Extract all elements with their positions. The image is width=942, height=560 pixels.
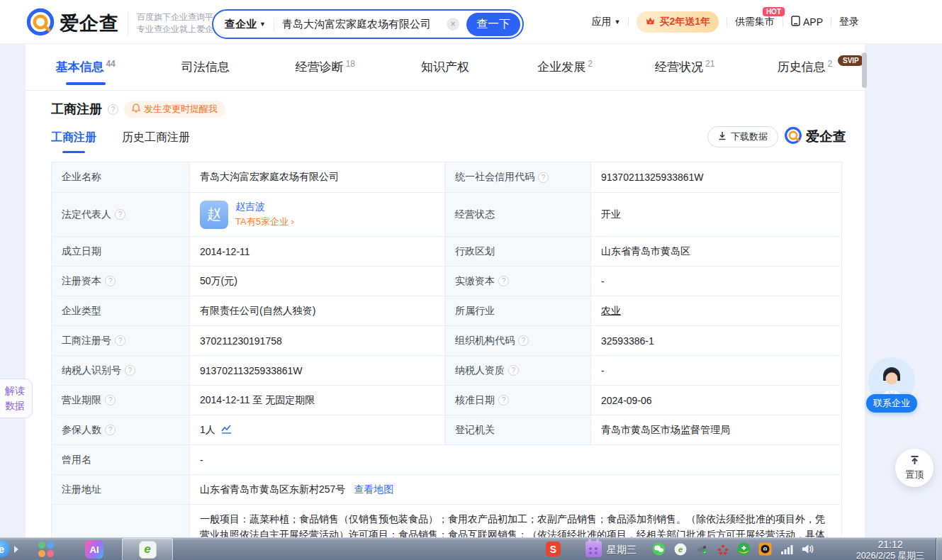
help-icon[interactable]: ? (105, 395, 116, 405)
back-to-top-button[interactable]: 置顶 (895, 449, 933, 487)
market-link[interactable]: HOT 供需集市 (735, 16, 775, 28)
search-category-dropdown[interactable]: 查企业▼ (225, 18, 266, 31)
calendar-dots (588, 547, 599, 554)
former-name-label: 曾用名 (52, 444, 189, 474)
help-icon[interactable]: ? (538, 172, 549, 183)
region-label: 行政区划 (444, 236, 590, 266)
clock-date: 2026/2/25 星期三 (848, 551, 932, 560)
wps-icon[interactable] (37, 540, 55, 560)
region-value: 山东省青岛市黄岛区 (590, 236, 840, 266)
change-reminder-button[interactable]: 发生变更时提醒我 (124, 101, 225, 118)
section-header: 工商注册 ? 发生变更时提醒我 (51, 101, 225, 118)
table-row: 成立日期 2014-12-11 行政区划 山东省青岛市黄岛区 (52, 236, 841, 266)
data-interpret-widget[interactable]: 解读 数据 (0, 379, 33, 418)
contact-company-button[interactable]: 联系企业 (866, 394, 917, 413)
tab-basic-info[interactable]: 基本信息44 (26, 44, 145, 90)
divider (727, 17, 727, 27)
contact-company-widget[interactable]: 联系企业 (866, 357, 917, 413)
legal-rep-label: 法定代表人? (52, 192, 189, 236)
establish-date-label: 成立日期 (52, 236, 189, 266)
help-icon[interactable]: ? (518, 335, 529, 346)
crown-icon (645, 16, 656, 28)
subtab-registration[interactable]: 工商注册 (51, 130, 96, 153)
tab-history-info[interactable]: 历史信息2 (745, 44, 865, 90)
org-code-value: 32593386-1 (590, 325, 840, 355)
insured-count-label: 参保人数? (52, 415, 189, 444)
browser-icon[interactable]: e (0, 540, 10, 557)
table-row: 工商注册号? 370211230191758 组织机构代码? 32593386-… (52, 325, 841, 355)
calendar-icon[interactable] (585, 541, 602, 557)
help-icon[interactable]: ? (105, 276, 116, 286)
tab-business-diagnosis[interactable]: 经营诊断18 (265, 44, 385, 90)
help-icon[interactable]: ? (105, 425, 116, 435)
sub-tabs: 工商注册 历史工商注册 (51, 130, 190, 153)
red-spider-icon[interactable] (716, 542, 729, 556)
main-content: 基本信息44 司法信息 经营诊断18 知识产权 企业发展2 经营状况21 历史信… (26, 44, 865, 537)
taskbar-expand-arrow[interactable] (14, 546, 18, 553)
company-name-label: 企业名称 (52, 162, 189, 192)
brand-logo[interactable]: 爱企查 百度旗下企业查询平台 专业查企业就上爱企查 (26, 7, 222, 40)
industry-link[interactable]: 农业 (601, 305, 621, 318)
former-name-value: - (189, 444, 840, 474)
help-icon[interactable]: ? (115, 335, 125, 346)
status-label: 经营状态 (444, 192, 590, 236)
help-icon[interactable]: ? (508, 365, 519, 376)
tab-navigation: 基本信息44 司法信息 经营诊断18 知识产权 企业发展2 经营状况21 历史信… (26, 44, 865, 91)
screen: 爱企查 百度旗下企业查询平台 专业查企业就上爱企查 查企业▼ 青岛大沟富宏家庭农… (0, 0, 942, 560)
promo-button[interactable]: 买2年送1年 (637, 11, 719, 33)
credit-code-value: 91370211325933861W (590, 162, 840, 192)
divider (831, 17, 831, 27)
taskbar: e AI e S 星期三 e (0, 537, 942, 560)
scrollbar-thumb[interactable] (862, 52, 867, 88)
clear-icon[interactable]: × (447, 18, 459, 30)
registration-number-value: 370211230191758 (189, 325, 444, 355)
subtab-history-registration[interactable]: 历史工商注册 (122, 130, 190, 153)
taxpayer-qualification-label: 纳税人资质? (444, 355, 590, 385)
illustrator-icon[interactable]: AI (85, 540, 103, 559)
trend-chart-icon[interactable] (221, 425, 232, 436)
table-row: 纳税人识别号? 91370211325933861W 纳税人资质? - (52, 355, 841, 385)
help-icon[interactable]: ? (115, 209, 125, 220)
usb-device-icon[interactable] (695, 542, 708, 556)
table-row: 注册资本? 50万(元) 实缴资本? - (52, 266, 841, 296)
browser-360-icon: e (139, 541, 157, 559)
eightball-game-icon[interactable]: 8 (758, 542, 772, 556)
phone-icon (791, 16, 800, 28)
help-icon[interactable]: ? (498, 395, 509, 405)
table-row: 注册地址 山东省青岛市黄岛区东新村257号 查看地图 (52, 474, 841, 504)
help-icon[interactable]: ? (125, 365, 135, 376)
help-icon[interactable]: ? (498, 276, 509, 286)
app-link[interactable]: APP (791, 16, 823, 28)
download-data-button[interactable]: 下载数据 (707, 126, 778, 147)
antivirus-icon[interactable] (737, 542, 751, 556)
registered-address-value: 山东省青岛市黄岛区东新村257号 查看地图 (189, 474, 840, 504)
network-signal-icon[interactable] (780, 542, 793, 556)
industry-value: 农业 (590, 296, 840, 325)
view-map-link[interactable]: 查看地图 (354, 483, 393, 496)
legal-rep-related-link[interactable]: TA有5家企业 › (235, 215, 294, 228)
show-desktop-button[interactable] (936, 538, 942, 560)
establish-date-value: 2014-12-11 (189, 236, 444, 266)
taskbar-clock[interactable]: 21:12 2026/2/25 星期三 (848, 539, 932, 560)
apps-menu[interactable]: 应用▼ (591, 16, 620, 28)
login-link[interactable]: 登录 (839, 16, 859, 28)
table-row: 曾用名 - (52, 444, 841, 474)
search-bar[interactable]: 查企业▼ 青岛大沟富宏家庭农场有限公司 × 查一下 (212, 9, 524, 39)
divider (274, 18, 274, 30)
search-input[interactable]: 青岛大沟富宏家庭农场有限公司 (282, 18, 447, 31)
tab-intellectual-property[interactable]: 知识产权 (385, 44, 505, 90)
tab-judicial-info[interactable]: 司法信息 (145, 44, 265, 90)
legal-rep-name-link[interactable]: 赵吉波 (235, 201, 294, 213)
browser-tray-icon[interactable]: e (673, 542, 687, 556)
active-browser-taskbar-button[interactable]: e (122, 538, 173, 560)
help-icon[interactable]: ? (108, 104, 118, 115)
search-button[interactable]: 查一下 (466, 13, 520, 36)
tab-operating-status[interactable]: 经营状况21 (625, 44, 745, 90)
bell-icon (132, 103, 140, 115)
tab-enterprise-development[interactable]: 企业发展2 (505, 44, 625, 90)
volume-icon[interactable] (801, 542, 814, 556)
aiqicha-logo-icon (784, 126, 802, 147)
wechat-icon[interactable] (652, 542, 666, 556)
legal-rep-avatar[interactable]: 赵 (200, 201, 228, 229)
sogou-input-icon[interactable]: S (546, 542, 561, 556)
